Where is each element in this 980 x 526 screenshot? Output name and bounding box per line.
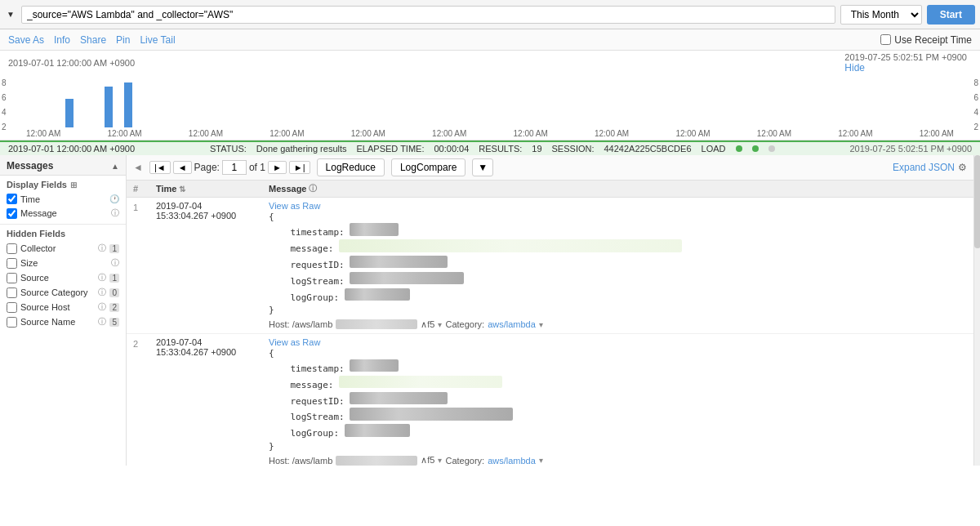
info-icon-message: ⓘ xyxy=(111,207,119,219)
category-arrow[interactable]: ▾ xyxy=(539,320,543,329)
field-item-source-host: Source Host ⓘ 2 xyxy=(0,300,126,314)
host-label: Host: /aws/lamb xyxy=(269,319,332,329)
host-arrow[interactable]: ▾ xyxy=(438,456,442,465)
chart-y-labels-right: 8 6 4 2 xyxy=(964,78,980,132)
field-checkbox-collector[interactable] xyxy=(7,243,17,254)
date-range-bar: 2019-07-01 12:00:00 AM +0900 2019-07-25 … xyxy=(0,51,980,75)
category-link[interactable]: aws/lambda xyxy=(488,456,536,466)
info-icon-collector: ⓘ xyxy=(98,243,106,254)
status-bar: 2019-07-01 12:00:00 AM +0900 STATUS: Don… xyxy=(0,140,980,155)
host-arrow[interactable]: ▾ xyxy=(438,320,442,329)
sidebar-collapse-btn[interactable]: ◄ xyxy=(133,162,143,173)
log-host-bar: Host: /aws/lamb ∧f5 ▾ Category: aws/lamb… xyxy=(269,319,967,330)
field-item-message: Message ⓘ xyxy=(0,206,126,221)
field-checkbox-source-host[interactable] xyxy=(7,302,17,313)
field-checkbox-size[interactable] xyxy=(7,258,17,269)
pin-link[interactable]: Pin xyxy=(116,34,130,46)
log-row: 1 2019-07-0415:33:04.267 +0900 View as R… xyxy=(127,198,973,334)
date-range-start: 2019-07-01 12:00:00 AM +0900 xyxy=(8,58,135,68)
elapsed-label: ELAPSED TIME: xyxy=(357,144,425,154)
field-checkbox-message[interactable] xyxy=(7,208,17,219)
receipt-time-checkbox[interactable] xyxy=(880,34,891,45)
info-icon-source-category: ⓘ xyxy=(98,287,106,298)
category-link[interactable]: aws/lambda xyxy=(488,319,536,329)
page-first-btn[interactable]: |◄ xyxy=(149,161,171,174)
status-info: STATUS: Done gathering results ELAPSED T… xyxy=(210,144,774,154)
search-input[interactable] xyxy=(21,6,835,24)
field-label-message: Message xyxy=(20,208,108,218)
info-link[interactable]: Info xyxy=(54,34,70,46)
info-icon-size: ⓘ xyxy=(111,257,119,269)
date-range-end: 2019-07-25 5:02:51 PM +0900 xyxy=(844,52,967,62)
receipt-time-label: Use Receipt Time xyxy=(894,34,972,46)
page-next-btn[interactable]: ► xyxy=(268,161,287,174)
category-arrow[interactable]: ▾ xyxy=(539,456,543,465)
field-label-source-name: Source Name xyxy=(20,317,95,327)
field-item-source: Source ⓘ 1 xyxy=(0,270,126,285)
chart-area: 8 6 4 2 12:00 AM 12:00 AM 12:00 AM 12:00… xyxy=(0,75,980,140)
info-icon-source-host: ⓘ xyxy=(98,301,106,313)
save-as-link[interactable]: Save As xyxy=(8,34,44,46)
scroll-handle[interactable] xyxy=(974,155,980,248)
status-right: 2019-07-25 5:02:51 PM +0900 xyxy=(849,144,972,154)
log-reduce-btn[interactable]: LogReduce xyxy=(317,158,385,176)
chart-bars xyxy=(26,78,954,127)
host-label: Host: /aws/lamb xyxy=(269,456,332,466)
category-label: Category: xyxy=(445,456,484,466)
field-label-collector: Collector xyxy=(20,243,95,253)
info-icon-source: ⓘ xyxy=(98,272,106,283)
hide-link[interactable]: Hide xyxy=(844,62,972,74)
results-value: 19 xyxy=(532,144,541,154)
page-input[interactable] xyxy=(222,160,247,175)
results-label: RESULTS: xyxy=(479,144,522,154)
settings-icon[interactable]: ⚙ xyxy=(958,162,967,173)
field-checkbox-source[interactable] xyxy=(7,273,17,283)
view-raw-link[interactable]: View as Raw xyxy=(269,337,320,347)
col-num-header: # xyxy=(133,184,149,194)
display-fields-label: Display Fields xyxy=(7,180,67,189)
table-header: # Time ⇅ Message ⓘ xyxy=(127,181,973,198)
live-tail-link[interactable]: Live Tail xyxy=(140,34,175,46)
log-compare-arrow-btn[interactable]: ▼ xyxy=(472,158,493,176)
category-label: Category: xyxy=(445,319,484,329)
host-blurred xyxy=(336,319,417,329)
field-checkbox-source-name[interactable] xyxy=(7,317,17,328)
hidden-fields-section: Hidden Fields xyxy=(0,224,126,241)
expand-json-btn[interactable]: Expand JSON ⚙ xyxy=(893,162,967,173)
time-range-select[interactable]: This Month xyxy=(840,5,922,25)
display-fields-icon[interactable]: ⊞ xyxy=(70,181,77,189)
sidebar: Messages ▲ Display Fields ⊞ Time 🕐 Messa… xyxy=(0,155,127,466)
chart-bar xyxy=(105,87,113,127)
status-start-time: 2019-07-01 12:00:00 AM +0900 xyxy=(8,144,135,154)
right-scrollbar[interactable] xyxy=(973,155,980,466)
time-sort-icon[interactable]: ⇅ xyxy=(179,185,185,194)
msg-info-icon[interactable]: ⓘ xyxy=(309,183,317,194)
log-json: { timestamp: message: &tBilled Duration:… xyxy=(269,211,967,317)
receipt-time-container: Use Receipt Time xyxy=(880,34,972,46)
field-badge-source-category: 0 xyxy=(109,288,119,297)
sidebar-scroll-up[interactable]: ▲ xyxy=(111,162,119,171)
view-raw-link[interactable]: View as Raw xyxy=(269,201,320,211)
chart-x-labels: 12:00 AM 12:00 AM 12:00 AM 12:00 AM 12:0… xyxy=(26,129,954,138)
field-checkbox-source-category[interactable] xyxy=(7,288,17,298)
log-row-message: View as Raw { timestamp: message: &tBill… xyxy=(269,201,967,330)
col-time-header: Time ⇅ xyxy=(156,184,262,194)
results-toolbar: ◄ |◄ ◄ Page: of 1 ► ►| LogReduce LogComp… xyxy=(127,155,973,181)
main-layout: Messages ▲ Display Fields ⊞ Time 🕐 Messa… xyxy=(0,155,980,466)
host-suffix: ∧f5 xyxy=(421,455,434,466)
display-fields-section: Display Fields ⊞ xyxy=(0,176,126,192)
start-button[interactable]: Start xyxy=(927,5,975,25)
log-json: { timestamp: message: requestID: logStre… xyxy=(269,347,967,453)
content-area: ◄ |◄ ◄ Page: of 1 ► ►| LogReduce LogComp… xyxy=(127,155,973,466)
field-label-source-host: Source Host xyxy=(20,302,95,312)
share-link[interactable]: Share xyxy=(80,34,106,46)
log-compare-btn[interactable]: LogCompare xyxy=(391,158,466,176)
load-dot-gray xyxy=(768,145,775,152)
log-row-num: 2 xyxy=(133,337,149,349)
sidebar-header: Messages ▲ xyxy=(0,155,126,176)
log-rows: 1 2019-07-0415:33:04.267 +0900 View as R… xyxy=(127,198,973,466)
page-last-btn[interactable]: ►| xyxy=(289,161,310,174)
page-prev-btn[interactable]: ◄ xyxy=(173,161,192,174)
field-checkbox-time[interactable] xyxy=(7,194,17,204)
search-toggle-icon[interactable]: ▼ xyxy=(5,9,16,20)
